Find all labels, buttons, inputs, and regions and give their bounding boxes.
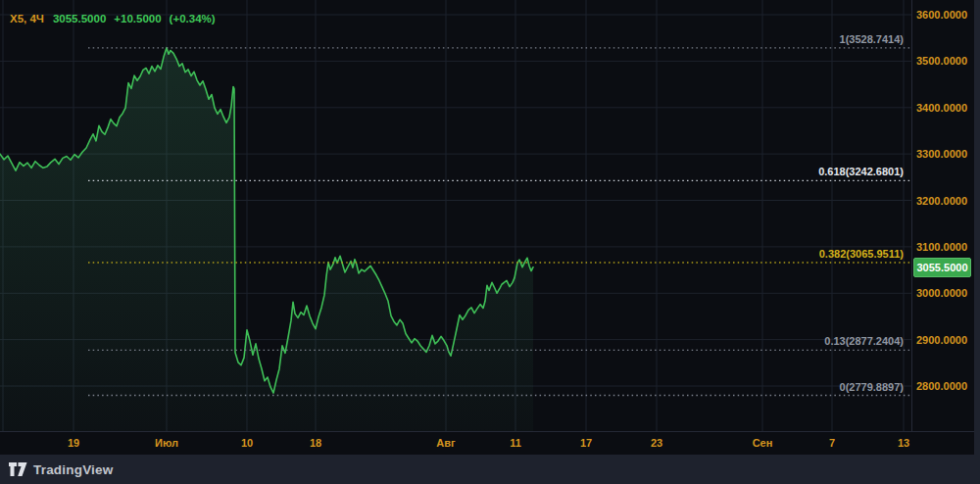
- time-axis-label: Июл: [155, 437, 178, 449]
- time-axis-label: Авг: [436, 437, 455, 449]
- price-axis-label: 2800.0000: [912, 379, 967, 393]
- price-axis-label: 3600.0000: [912, 8, 967, 22]
- fib-level-label[interactable]: 0(2779.8897): [840, 381, 904, 393]
- time-axis-label: 13: [898, 437, 909, 449]
- tradingview-logo[interactable]: TradingView: [9, 462, 113, 477]
- price-axis-label: 3500.0000: [912, 54, 967, 68]
- price-change-value: +10.5000: [114, 13, 161, 24]
- tradingview-brand-text: TradingView: [33, 462, 113, 477]
- fib-level-label[interactable]: 0.382(3065.9511): [819, 248, 904, 260]
- last-price-value: 3055.5000: [53, 13, 106, 24]
- last-price-badge: 3055.5000: [913, 258, 971, 277]
- price-axis-label: 2900.0000: [912, 333, 967, 347]
- time-axis-label: 23: [651, 437, 662, 449]
- price-axis-label: 3400.0000: [912, 101, 967, 115]
- fib-level-label[interactable]: 1(3528.7414): [840, 33, 904, 45]
- price-axis[interactable]: 3055.5000 3600.00003500.00003400.0000330…: [911, 0, 974, 455]
- symbol-legend[interactable]: X5, 4Ч3055.5000+10.5000(+0.34%): [10, 13, 223, 24]
- fib-level-label[interactable]: 0.618(3242.6801): [818, 166, 904, 177]
- time-axis-label: 19: [68, 437, 79, 449]
- chart-pane[interactable]: X5, 4Ч3055.5000+10.5000(+0.34%) 1(3528.7…: [0, 0, 911, 431]
- price-change-percent: (+0.34%): [170, 13, 216, 24]
- price-axis-label: 3100.0000: [912, 240, 967, 254]
- footer-bar: TradingView: [0, 455, 980, 484]
- price-area-chart: [0, 0, 911, 431]
- time-axis-label: 18: [310, 437, 321, 449]
- price-axis-label: 3300.0000: [912, 147, 967, 161]
- tradingview-logo-icon: [9, 462, 27, 476]
- symbol-and-interval-label[interactable]: X5, 4Ч: [10, 13, 44, 24]
- time-axis[interactable]: 19Июл1018Авг111723Сен713: [0, 431, 974, 455]
- time-axis-label: Сен: [753, 437, 773, 449]
- time-axis-label: 7: [829, 437, 835, 449]
- price-axis-label: 3000.0000: [912, 286, 967, 300]
- time-axis-label: 11: [510, 437, 521, 449]
- tradingview-chart-window: X5, 4Ч3055.5000+10.5000(+0.34%) 1(3528.7…: [0, 0, 980, 484]
- fib-level-label[interactable]: 0.13(2877.2404): [824, 335, 904, 347]
- time-axis-label: 17: [580, 437, 592, 449]
- price-axis-label: 3200.0000: [912, 194, 967, 208]
- time-axis-label: 10: [241, 437, 253, 449]
